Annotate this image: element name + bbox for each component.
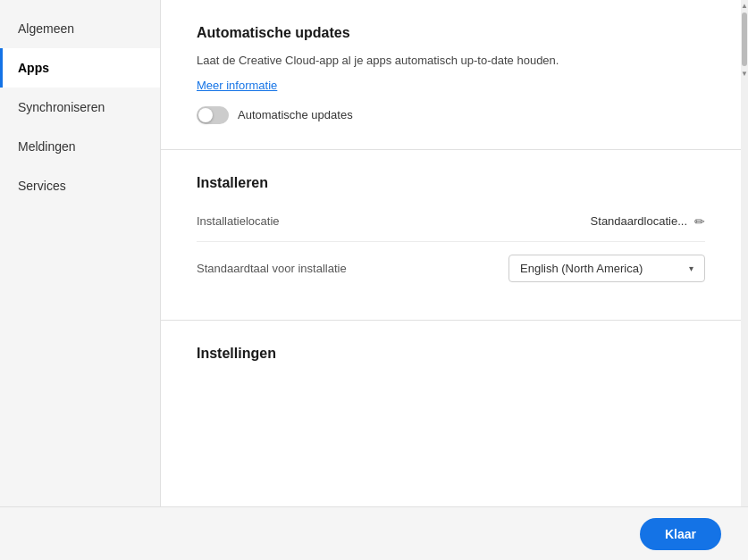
- settings-dialog: Algemeen Apps Synchroniseren Meldingen S…: [0, 0, 748, 560]
- section-title-auto-updates: Automatische updates: [197, 25, 705, 41]
- section-title-instellingen: Instellingen: [197, 346, 705, 362]
- install-location-text: Standaardlocatie...: [591, 214, 687, 228]
- auto-updates-toggle-label: Automatische updates: [238, 108, 353, 121]
- language-dropdown-value: English (North America): [520, 262, 643, 275]
- meer-informatie-link[interactable]: Meer informatie: [197, 79, 277, 92]
- section-installeren: Installeren Installatielocatie Standaard…: [161, 150, 741, 321]
- scrollbar-thumb[interactable]: [742, 13, 747, 66]
- sidebar-item-meldingen[interactable]: Meldingen: [0, 127, 160, 166]
- sidebar-item-synchroniseren[interactable]: Synchroniseren: [0, 88, 160, 127]
- auto-updates-toggle-row: Automatische updates: [197, 106, 705, 124]
- toggle-knob: [198, 108, 213, 122]
- language-dropdown[interactable]: English (North America) ▾: [508, 255, 705, 282]
- auto-updates-toggle[interactable]: [197, 106, 229, 124]
- section-title-installeren: Installeren: [197, 175, 705, 191]
- dialog-footer: Klaar: [0, 506, 748, 560]
- main-content: Automatische updates Laat de Creative Cl…: [161, 0, 741, 506]
- install-language-value: English (North America) ▾: [508, 255, 705, 282]
- section-automatische-updates: Automatische updates Laat de Creative Cl…: [161, 0, 741, 150]
- edit-location-icon[interactable]: ✏: [694, 214, 705, 229]
- sidebar-item-services[interactable]: Services: [0, 166, 160, 205]
- klaar-button[interactable]: Klaar: [640, 518, 721, 550]
- install-row-location: Installatielocatie Standaardlocatie... ✏: [197, 202, 705, 242]
- scrollbar-down-arrow[interactable]: ▼: [741, 70, 748, 77]
- scrollbar-track: ▲ ▼: [741, 0, 748, 506]
- install-location-value: Standaardlocatie... ✏: [591, 214, 705, 229]
- install-location-label: Installatielocatie: [197, 214, 280, 228]
- dialog-body: Algemeen Apps Synchroniseren Meldingen S…: [0, 0, 748, 506]
- chevron-down-icon: ▾: [689, 263, 693, 273]
- install-language-label: Standaardtaal voor installatie: [197, 262, 347, 275]
- install-row-language: Standaardtaal voor installatie English (…: [197, 242, 705, 295]
- sidebar-item-algemeen[interactable]: Algemeen: [0, 9, 160, 48]
- auto-updates-description: Laat de Creative Cloud-app al je apps au…: [197, 52, 705, 70]
- scrollbar-up-arrow[interactable]: ▲: [741, 2, 748, 9]
- sidebar-item-apps[interactable]: Apps: [0, 48, 160, 88]
- section-instellingen: Instellingen: [161, 321, 741, 397]
- sidebar: Algemeen Apps Synchroniseren Meldingen S…: [0, 0, 161, 506]
